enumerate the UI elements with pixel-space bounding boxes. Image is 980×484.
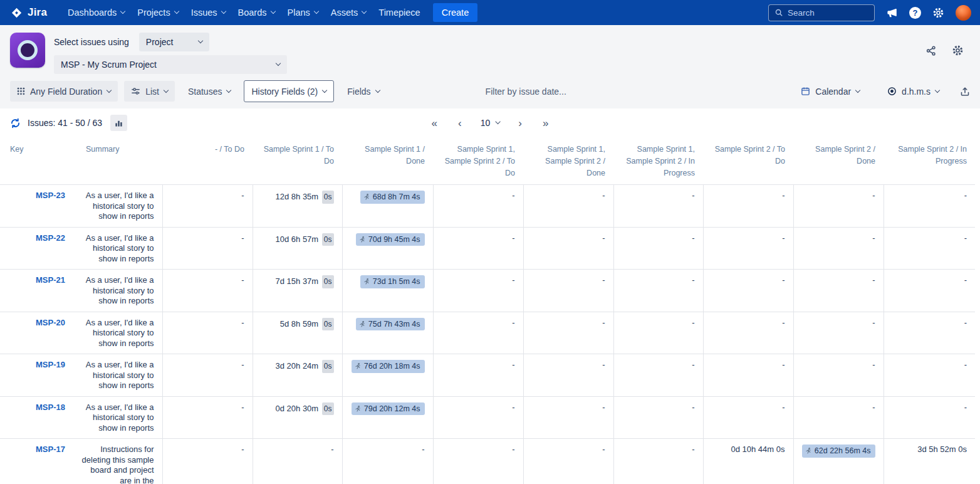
chevron-down-icon [107, 87, 112, 92]
column-header-sprint1-2-done: Sample Sprint 1, Sample Sprint 2 / Done [523, 137, 613, 185]
issue-row: MSP-21As a user, I'd like a historical s… [0, 270, 975, 312]
nav-plans[interactable]: Plans [282, 3, 324, 23]
nav-boards[interactable]: Boards [232, 3, 281, 23]
empty-duration-cell: - [884, 227, 975, 270]
help-icon[interactable]: ? [909, 7, 921, 19]
issue-key-link[interactable]: MSP-19 [36, 360, 65, 369]
nav-boards-label: Boards [238, 8, 267, 18]
seconds-chip: 0s [322, 360, 334, 373]
history-fields-dropdown[interactable]: History Fields (2) [244, 80, 334, 102]
nav-assets[interactable]: Assets [325, 3, 372, 23]
duration-cell: 7d 15h 37m 0s [253, 270, 342, 312]
duration-cell: 10d 6h 57m 0s [253, 227, 342, 270]
calendar-label: Calendar [815, 87, 851, 97]
nav-projects[interactable]: Projects [132, 3, 184, 23]
settings-gear-icon[interactable] [932, 7, 944, 19]
calendar-dropdown[interactable]: Calendar [794, 81, 867, 102]
empty-duration-cell: - [884, 396, 975, 439]
duration-text: 10d 6h 57m [276, 234, 319, 244]
issue-summary-cell: As a user, I'd like a historical story t… [73, 396, 162, 439]
duration-cell: 3d 20h 24m 0s [253, 354, 342, 397]
seconds-chip: 0s [322, 402, 334, 416]
page-size-value: 10 [481, 118, 491, 128]
issue-key-link[interactable]: MSP-23 [36, 191, 65, 200]
nav-issues[interactable]: Issues [185, 3, 231, 23]
current-status-duration-badge: 70d 9h 45m 4s [356, 233, 425, 246]
current-status-duration-badge: 75d 7h 43m 4s [356, 318, 425, 331]
duration-badge-cell: 62d 22h 56m 4s [793, 439, 884, 484]
megaphone-icon[interactable] [886, 7, 898, 19]
duration-cell: 3d 5h 52m 0s [884, 439, 975, 484]
gear-icon[interactable] [952, 45, 964, 56]
badge-duration-text: 62d 22h 56m 4s [815, 446, 871, 456]
duration-cell: 12d 8h 35m 0s [253, 185, 342, 228]
issue-summary-cell: As a user, I'd like a historical story t… [73, 185, 162, 228]
search-input[interactable] [788, 8, 868, 18]
issue-date-filter-input[interactable] [486, 87, 633, 97]
current-status-duration-badge: 79d 20h 12m 4s [352, 402, 425, 416]
seconds-chip: 0s [322, 275, 334, 288]
timepiece-app-icon [10, 33, 45, 68]
column-header-sprint1-2-todo: Sample Sprint 1, Sample Sprint 2 / To Do [433, 137, 523, 185]
issues-table-body: MSP-23As a user, I'd like a historical s… [0, 185, 975, 484]
runner-icon [363, 278, 370, 285]
issue-row: MSP-22As a user, I'd like a historical s… [0, 227, 975, 270]
current-status-duration-badge: 68d 8h 7m 4s [360, 191, 425, 204]
chevron-down-icon [226, 87, 231, 92]
search-box[interactable] [768, 4, 875, 21]
share-icon[interactable] [925, 45, 937, 56]
empty-duration-cell: - [703, 270, 793, 312]
view-type-dropdown[interactable]: List [124, 81, 175, 102]
user-avatar[interactable] [956, 5, 971, 21]
create-button[interactable]: Create [433, 3, 478, 22]
runner-icon [358, 320, 366, 328]
empty-duration-cell: - [523, 396, 613, 439]
issue-key-link[interactable]: MSP-18 [36, 402, 65, 412]
pagination-last-button[interactable]: » [541, 117, 550, 130]
timepiece-app-icon-ring [18, 40, 38, 60]
pagination-next-button[interactable]: › [516, 117, 524, 130]
empty-duration-cell: - [613, 185, 703, 228]
column-header-summary: Summary [73, 137, 162, 185]
statuses-label: Statuses [188, 87, 222, 97]
selector-rows: Select issues using Project MSP - My Scr… [54, 33, 287, 74]
issue-key-link[interactable]: MSP-20 [36, 318, 65, 327]
empty-duration-cell: - [253, 439, 342, 484]
issue-row: MSP-20As a user, I'd like a historical s… [0, 312, 975, 354]
issue-key-cell: MSP-23 [0, 185, 73, 228]
fields-label: Fields [347, 87, 370, 97]
nav-timepiece-label: Timepiece [378, 8, 420, 18]
jira-home-link[interactable]: Jira [10, 6, 47, 19]
issue-key-link[interactable]: MSP-21 [36, 275, 65, 285]
chevron-down-icon [322, 87, 327, 92]
time-format-dropdown[interactable]: d.h.m.s [880, 81, 946, 102]
pagination-first-button[interactable]: « [430, 117, 439, 130]
empty-duration-cell: - [884, 312, 975, 354]
issues-count-label: Issues: 41 - 50 / 63 [28, 118, 102, 128]
badge-duration-text: 79d 20h 12m 4s [364, 404, 420, 414]
seconds-chip: 0s [322, 233, 334, 246]
issue-key-link[interactable]: MSP-17 [36, 445, 65, 454]
fields-dropdown[interactable]: Fields [340, 81, 386, 102]
issue-source-dropdown[interactable]: Project [139, 33, 209, 51]
column-header-sprint1-2-inprogress: Sample Sprint 1, Sample Sprint 2 / In Pr… [613, 137, 703, 185]
chevron-down-icon [935, 87, 940, 92]
refresh-icon[interactable] [10, 118, 21, 129]
bar-chart-icon[interactable] [110, 115, 127, 131]
issue-key-cell: MSP-17 [0, 439, 73, 484]
empty-duration-cell: - [433, 354, 523, 397]
empty-duration-cell: - [162, 270, 253, 312]
duration-type-dropdown[interactable]: Any Field Duration [10, 81, 118, 102]
duration-badge-cell: 70d 9h 45m 4s [342, 227, 433, 270]
statuses-dropdown[interactable]: Statuses [181, 81, 237, 102]
empty-duration-cell: - [433, 270, 523, 312]
project-dropdown[interactable]: MSP - My Scrum Project [54, 55, 287, 74]
issue-summary-cell: As a user, I'd like a historical story t… [73, 354, 162, 397]
issue-key-link[interactable]: MSP-22 [36, 233, 65, 243]
export-icon[interactable] [960, 87, 970, 97]
grid-icon [17, 87, 25, 95]
page-size-dropdown[interactable]: 10 [481, 118, 500, 128]
pagination-prev-button[interactable]: ‹ [456, 117, 464, 130]
nav-dashboards[interactable]: Dashboards [62, 3, 130, 23]
nav-timepiece[interactable]: Timepiece [373, 3, 425, 23]
